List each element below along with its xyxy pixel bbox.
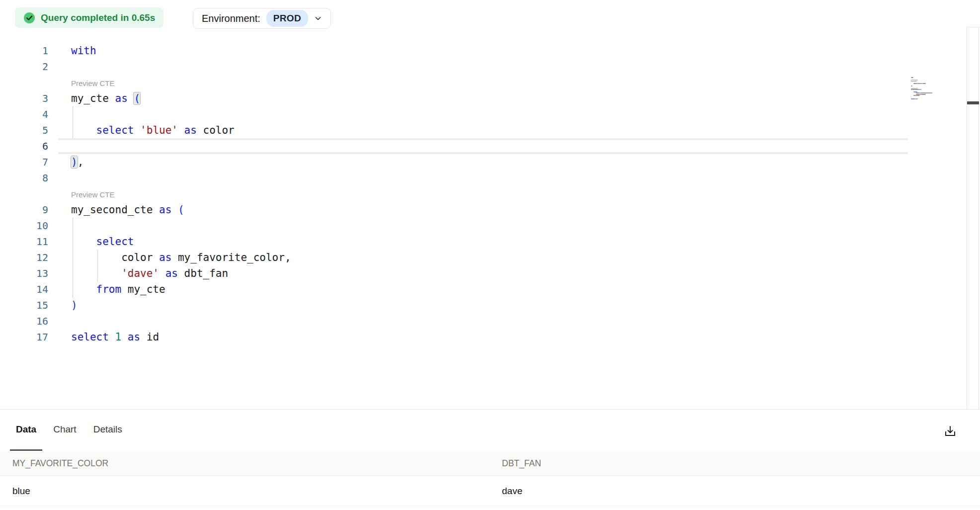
code-area: 1with2Preview CTE3my_cte as (45 select '… [0, 43, 980, 345]
code-text [58, 313, 908, 329]
code-text: my_second_cte as ( [58, 202, 908, 218]
indent-guide [73, 218, 73, 234]
code-text [58, 218, 908, 234]
code-line[interactable]: 3my_cte as ( [0, 90, 980, 106]
indent-guide [73, 250, 73, 265]
table-header-cell: MY_FAVORITE_COLOR [0, 458, 490, 469]
code-line[interactable]: 4 [0, 106, 980, 122]
table-cell: blue [0, 486, 490, 497]
table-row: bluedave [0, 476, 980, 506]
code-text: select 1 as id [58, 329, 908, 345]
status-badge: Query completed in 0.65s [15, 7, 163, 28]
line-number: 4 [0, 106, 48, 122]
status-text: Query completed in 0.65s [41, 12, 155, 23]
preview-cte-label: Preview CTE [58, 186, 908, 202]
code-text: color as my_favorite_color, [58, 250, 908, 265]
code-line[interactable]: 7), [0, 154, 980, 170]
minimap[interactable] [911, 77, 936, 99]
indent-guide [73, 234, 73, 250]
editor-right-rail-left-border [967, 27, 967, 409]
tab-data[interactable]: Data [10, 410, 42, 451]
download-button[interactable] [940, 422, 960, 441]
code-text: select 'blue' as color [58, 122, 908, 138]
code-text: 'dave' as dbt_fan [58, 265, 908, 281]
code-line[interactable]: 12 color as my_favorite_color, [0, 250, 980, 265]
indent-guide [73, 122, 73, 138]
line-number: 15 [0, 297, 48, 313]
code-line[interactable]: 17select 1 as id [0, 329, 980, 345]
editor-right-rail-right-border [979, 27, 979, 409]
preview-cte-label: Preview CTE [58, 75, 908, 90]
line-number: 6 [0, 138, 48, 154]
code-line[interactable]: 13 'dave' as dbt_fan [0, 265, 980, 281]
line-number: 3 [0, 90, 48, 106]
line-number: 7 [0, 154, 48, 170]
code-text [58, 59, 908, 75]
line-number: 17 [0, 329, 48, 345]
panel-divider [0, 409, 980, 410]
sql-editor[interactable]: 1with2Preview CTE3my_cte as (45 select '… [0, 35, 980, 409]
code-text [58, 138, 908, 154]
code-line[interactable]: 5 select 'blue' as color [0, 122, 980, 138]
line-number: 16 [0, 313, 48, 329]
line-number: 5 [0, 122, 48, 138]
code-text: select [58, 234, 908, 250]
code-line[interactable]: 14 from my_cte [0, 281, 980, 297]
code-line[interactable]: 10 [0, 218, 980, 234]
code-line[interactable]: 2 [0, 59, 980, 75]
resize-handle[interactable] [967, 101, 979, 104]
line-number: 9 [0, 202, 48, 218]
line-number: 8 [0, 170, 48, 186]
code-line[interactable]: 9my_second_cte as ( [0, 202, 980, 218]
preview-cte-lens[interactable]: Preview CTE [0, 186, 980, 202]
download-tray-icon [943, 425, 957, 438]
code-line[interactable]: 11 select [0, 234, 980, 250]
environment-value-pill: PROD [266, 10, 308, 27]
code-line[interactable]: 6 [0, 138, 980, 154]
code-text [58, 170, 908, 186]
editor-right-rail-top [967, 27, 980, 27]
environment-label: Environment: [202, 13, 260, 24]
table-cell: dave [490, 486, 522, 497]
sql-ide-window: Query completed in 0.65s Environment: PR… [0, 0, 980, 510]
code-text: ) [58, 297, 908, 313]
line-number: 1 [0, 43, 48, 59]
code-text: with [58, 43, 908, 59]
indent-guide [73, 281, 73, 297]
code-text [58, 106, 908, 122]
indent-guide [73, 265, 73, 281]
line-number: 14 [0, 281, 48, 297]
line-number: 11 [0, 234, 48, 250]
tab-details[interactable]: Details [87, 410, 128, 451]
indent-guide [73, 106, 73, 122]
code-line[interactable]: 1with [0, 43, 980, 59]
code-line[interactable]: 8 [0, 170, 980, 186]
code-line[interactable]: 16 [0, 313, 980, 329]
preview-cte-lens[interactable]: Preview CTE [0, 75, 980, 90]
code-text: my_cte as ( [58, 90, 908, 106]
chevron-down-icon [314, 14, 322, 22]
indent-guide [97, 265, 98, 281]
line-number: 13 [0, 265, 48, 281]
environment-select[interactable]: Environment: PROD [193, 8, 331, 29]
code-line[interactable]: 15) [0, 297, 980, 313]
code-text: from my_cte [58, 281, 908, 297]
table-header-row: MY_FAVORITE_COLORDBT_FAN [0, 452, 980, 476]
results-tabs: DataChartDetails [10, 410, 128, 451]
tab-chart[interactable]: Chart [47, 410, 82, 451]
line-number: 2 [0, 59, 48, 75]
indent-guide [97, 250, 98, 265]
line-number: 10 [0, 218, 48, 234]
table-header-cell: DBT_FAN [490, 458, 541, 469]
check-circle-icon [23, 12, 35, 24]
line-number: 12 [0, 250, 48, 265]
code-text: ), [58, 154, 908, 170]
